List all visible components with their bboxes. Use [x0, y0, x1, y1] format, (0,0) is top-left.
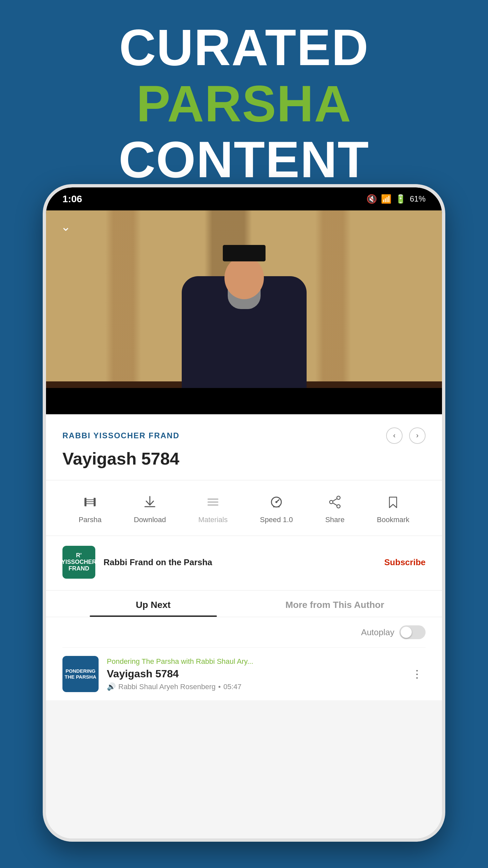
- header-content: CONTENT: [0, 132, 488, 188]
- speed-icon: [269, 495, 283, 512]
- lecture-title: Vayigash 5784: [62, 449, 426, 468]
- rabbi-head: [224, 256, 264, 299]
- prev-button[interactable]: ‹: [386, 427, 402, 444]
- autoplay-row: Autoplay: [62, 617, 426, 647]
- header-curated: CURATED: [0, 20, 488, 76]
- series-info: Rabbi Frand on the Parsha: [103, 557, 376, 567]
- list-separator: •: [218, 683, 221, 691]
- list-title: Vayigash 5784: [107, 668, 400, 680]
- list-duration: 05:47: [224, 683, 241, 691]
- autoplay-label: Autoplay: [361, 627, 394, 638]
- phone-inner: 1:06 🔇 📶 🔋 61%: [46, 187, 442, 838]
- share-icon: [328, 495, 342, 512]
- action-icons-row: Parsha Download: [62, 492, 426, 536]
- list-author: Rabbi Shaul Aryeh Rosenberg: [118, 683, 216, 691]
- tab-up-next[interactable]: Up Next: [62, 590, 244, 617]
- next-button[interactable]: ›: [409, 427, 426, 444]
- status-time: 1:06: [62, 193, 82, 205]
- divider-1: [46, 480, 442, 480]
- battery-percent: 61%: [410, 194, 426, 204]
- action-speed[interactable]: Speed 1.0: [260, 495, 293, 524]
- author-line: RABBI YISSOCHER FRAND ‹ ›: [62, 427, 426, 444]
- series-row[interactable]: R' YISSOCHERFRAND Rabbi Frand on the Par…: [62, 546, 426, 590]
- nav-arrows: ‹ ›: [386, 427, 426, 444]
- list-meta: 🔊 Rabbi Shaul Aryeh Rosenberg • 05:47: [107, 683, 400, 691]
- video-area[interactable]: ⌄: [46, 210, 442, 414]
- video-progress-bar: [46, 388, 442, 414]
- tab-more-from-author[interactable]: More from This Author: [244, 590, 426, 617]
- tabs-row: Up Next More from This Author: [46, 590, 442, 617]
- audio-icon: 🔊: [107, 683, 116, 691]
- svg-line-16: [333, 503, 337, 505]
- header-parsha: PARSHA: [0, 76, 488, 132]
- wifi-icon: 📶: [381, 194, 391, 204]
- parsha-label: Parsha: [78, 516, 102, 524]
- series-name: Rabbi Frand on the Parsha: [103, 557, 212, 567]
- list-series-name: Pondering The Parsha with Rabbi Shaul Ar…: [107, 657, 400, 666]
- bookmark-icon: [386, 495, 400, 512]
- list-thumbnail: PONDERINGTHE PARSHA: [62, 656, 99, 692]
- back-button[interactable]: ⌄: [56, 217, 75, 237]
- toggle-knob: [400, 627, 412, 638]
- materials-label: Materials: [198, 516, 227, 524]
- svg-point-12: [337, 496, 340, 499]
- bookmark-label: Bookmark: [377, 516, 410, 524]
- download-label: Download: [134, 516, 166, 524]
- more-options-button[interactable]: ⋮: [409, 664, 426, 684]
- svg-point-13: [330, 500, 333, 504]
- action-materials[interactable]: Materials: [198, 495, 227, 524]
- share-label: Share: [325, 516, 345, 524]
- series-thumb-text: R' YISSOCHERFRAND: [62, 551, 95, 574]
- status-icons: 🔇 📶 🔋 61%: [366, 194, 426, 204]
- speed-label: Speed 1.0: [260, 516, 293, 524]
- list-item[interactable]: PONDERINGTHE PARSHA Pondering The Parsha…: [62, 647, 426, 700]
- svg-line-15: [333, 499, 337, 501]
- subscribe-button[interactable]: Subscribe: [384, 557, 426, 567]
- action-download[interactable]: Download: [134, 495, 166, 524]
- author-name: RABBI YISSOCHER FRAND: [62, 431, 180, 440]
- rabbi-hat: [223, 245, 265, 261]
- battery-icon: 🔋: [395, 194, 406, 204]
- list-thumb-text: PONDERINGTHE PARSHA: [63, 666, 98, 682]
- action-share[interactable]: Share: [325, 495, 345, 524]
- svg-point-14: [337, 505, 340, 508]
- phone-mockup: 1:06 🔇 📶 🔋 61%: [43, 184, 445, 842]
- content-area: RABBI YISSOCHER FRAND ‹ › Vayigash 5784: [46, 414, 442, 700]
- action-parsha[interactable]: Parsha: [78, 495, 102, 524]
- autoplay-toggle[interactable]: [399, 625, 426, 639]
- svg-point-11: [275, 501, 278, 503]
- status-bar: 1:06 🔇 📶 🔋 61%: [46, 187, 442, 210]
- action-bookmark[interactable]: Bookmark: [377, 495, 410, 524]
- parsha-icon: [83, 495, 97, 512]
- mute-icon: 🔇: [366, 194, 377, 204]
- download-icon: [143, 495, 157, 512]
- header-section: CURATED PARSHA CONTENT: [0, 20, 488, 188]
- chevron-down-icon: ⌄: [61, 220, 71, 234]
- list-info: Pondering The Parsha with Rabbi Shaul Ar…: [107, 657, 400, 691]
- series-thumbnail: R' YISSOCHERFRAND: [62, 546, 95, 579]
- materials-icon: [206, 495, 220, 512]
